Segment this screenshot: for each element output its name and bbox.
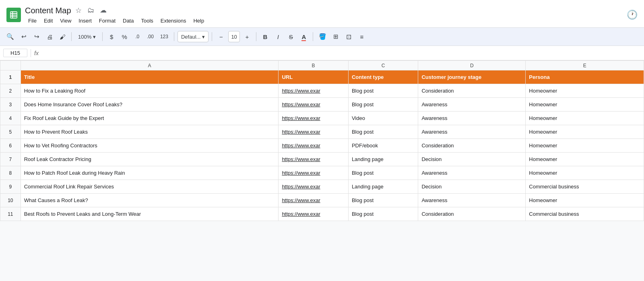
cell-title-5[interactable]: How to Prevent Roof Leaks (21, 125, 279, 139)
redo-button[interactable]: ↪ (31, 31, 42, 43)
decimal-less-button[interactable]: .0 (132, 31, 143, 43)
cell-persona-8[interactable]: Homeowner (526, 166, 644, 180)
header-persona[interactable]: Persona (526, 70, 644, 84)
cell-title-10[interactable]: What Causes a Roof Leak? (21, 194, 279, 207)
format-123-button[interactable]: 123 (158, 31, 171, 43)
cloud-icon[interactable]: ☁ (100, 6, 107, 14)
cell-persona-5[interactable]: Homeowner (526, 125, 644, 139)
cell-journey-10[interactable]: Awareness (418, 194, 526, 207)
cell-url-11[interactable]: https://www.exar (279, 207, 349, 221)
font-size-increase[interactable]: + (242, 31, 253, 43)
doc-title[interactable]: Content Map (25, 5, 71, 16)
cell-content-type-5[interactable]: Blog post (348, 125, 418, 139)
row-num-3: 3 (0, 98, 21, 112)
menu-data[interactable]: Data (120, 17, 137, 25)
cell-journey-3[interactable]: Awareness (418, 98, 526, 112)
cell-title-2[interactable]: How to Fix a Leaking Roof (21, 84, 279, 98)
cell-persona-6[interactable]: Homeowner (526, 139, 644, 153)
decimal-more-button[interactable]: .00 (144, 31, 156, 43)
col-header-e[interactable]: E (526, 61, 644, 70)
cell-persona-10[interactable]: Homeowner (526, 194, 644, 207)
cell-url-9[interactable]: https://www.exar (279, 180, 349, 194)
menu-view[interactable]: View (57, 17, 74, 25)
italic-button[interactable]: I (272, 31, 284, 43)
cell-url-4[interactable]: https://www.exar (279, 112, 349, 125)
search-button[interactable]: 🔍 (4, 31, 17, 43)
cell-persona-7[interactable]: Homeowner (526, 153, 644, 166)
font-size-decrease[interactable]: − (215, 31, 227, 43)
col-header-d[interactable]: D (418, 61, 526, 70)
menu-tools[interactable]: Tools (138, 17, 156, 25)
cell-content-type-3[interactable]: Blog post (348, 98, 418, 112)
cell-journey-6[interactable]: Consideration (418, 139, 526, 153)
cell-content-type-11[interactable]: Blog post (348, 207, 418, 221)
print-button[interactable]: 🖨 (44, 31, 55, 43)
underline-button[interactable]: A (298, 31, 310, 43)
cell-content-type-10[interactable]: Blog post (348, 194, 418, 207)
cell-url-6[interactable]: https://www.exar (279, 139, 349, 153)
undo-button[interactable]: ↩ (18, 31, 29, 43)
menu-extensions[interactable]: Extensions (157, 17, 190, 25)
cell-journey-8[interactable]: Awareness (418, 166, 526, 180)
cell-journey-4[interactable]: Awareness (418, 112, 526, 125)
cell-url-8[interactable]: https://www.exar (279, 166, 349, 180)
cell-content-type-6[interactable]: PDF/ebook (348, 139, 418, 153)
cell-title-7[interactable]: Roof Leak Contractor Pricing (21, 153, 279, 166)
paint-format-button[interactable]: 🖌 (57, 31, 68, 43)
cell-reference[interactable]: H15 (3, 49, 27, 57)
cell-url-10[interactable]: https://www.exar (279, 194, 349, 207)
bold-button[interactable]: B (260, 31, 271, 43)
col-header-c[interactable]: C (348, 61, 418, 70)
cell-title-4[interactable]: Fix Roof Leak Guide by the Expert (21, 112, 279, 125)
menu-format[interactable]: Format (96, 17, 119, 25)
menu-edit[interactable]: Edit (41, 17, 56, 25)
cell-journey-2[interactable]: Consideration (418, 84, 526, 98)
menu-file[interactable]: File (25, 17, 40, 25)
font-size-box[interactable]: 10 (228, 31, 239, 42)
header-title[interactable]: Title (21, 70, 279, 84)
strikethrough-button[interactable]: S (285, 31, 297, 43)
cell-url-3[interactable]: https://www.exar (279, 98, 349, 112)
menu-insert[interactable]: Insert (75, 17, 95, 25)
cell-title-9[interactable]: Commercial Roof Link Repair Services (21, 180, 279, 194)
cell-journey-5[interactable]: Awareness (418, 125, 526, 139)
zoom-control[interactable]: 100% ▾ (75, 33, 99, 41)
fill-color-button[interactable]: 🪣 (316, 31, 329, 43)
cell-persona-4[interactable]: Homeowner (526, 112, 644, 125)
cell-persona-11[interactable]: Commercial business (526, 207, 644, 221)
percent-button[interactable]: % (119, 31, 130, 43)
merge-cells-button[interactable]: ⊡ (343, 31, 355, 43)
cell-content-type-7[interactable]: Landing page (348, 153, 418, 166)
cell-journey-11[interactable]: Consideration (418, 207, 526, 221)
star-icon[interactable]: ☆ (75, 6, 82, 15)
cell-journey-7[interactable]: Decision (418, 153, 526, 166)
folder-icon[interactable]: 🗂 (87, 6, 94, 14)
cell-title-6[interactable]: How to Vet Roofing Contractors (21, 139, 279, 153)
cell-journey-9[interactable]: Decision (418, 180, 526, 194)
cell-title-8[interactable]: How to Patch Roof Leak during Heavy Rain (21, 166, 279, 180)
header-journey[interactable]: Customer journey stage (418, 70, 526, 84)
cell-content-type-9[interactable]: Landing page (348, 180, 418, 194)
header-content-type[interactable]: Content type (348, 70, 418, 84)
header-url[interactable]: URL (279, 70, 349, 84)
history-icon[interactable]: 🕐 (627, 10, 638, 20)
cell-content-type-4[interactable]: Video (348, 112, 418, 125)
cell-content-type-2[interactable]: Blog post (348, 84, 418, 98)
spreadsheet: A B C D E 1 Title URL Content type Custo… (0, 60, 644, 221)
col-header-a[interactable]: A (21, 61, 279, 70)
currency-button[interactable]: $ (106, 31, 117, 43)
cell-persona-3[interactable]: Homeowner (526, 98, 644, 112)
cell-title-3[interactable]: Does Home Insurance Cover Roof Leaks? (21, 98, 279, 112)
cell-url-5[interactable]: https://www.exar (279, 125, 349, 139)
cell-content-type-8[interactable]: Blog post (348, 166, 418, 180)
cell-url-7[interactable]: https://www.exar (279, 153, 349, 166)
cell-url-2[interactable]: https://www.exar (279, 84, 349, 98)
cell-persona-2[interactable]: Homeowner (526, 84, 644, 98)
borders-button[interactable]: ⊞ (330, 31, 342, 43)
col-header-b[interactable]: B (279, 61, 349, 70)
cell-title-11[interactable]: Best Roofs to Prevent Leaks and Long-Ter… (21, 207, 279, 221)
cell-persona-9[interactable]: Commercial business (526, 180, 644, 194)
more-formats-button[interactable]: ≡ (356, 31, 367, 43)
menu-help[interactable]: Help (190, 17, 207, 25)
font-select[interactable]: Defaul... ▾ (178, 31, 208, 42)
